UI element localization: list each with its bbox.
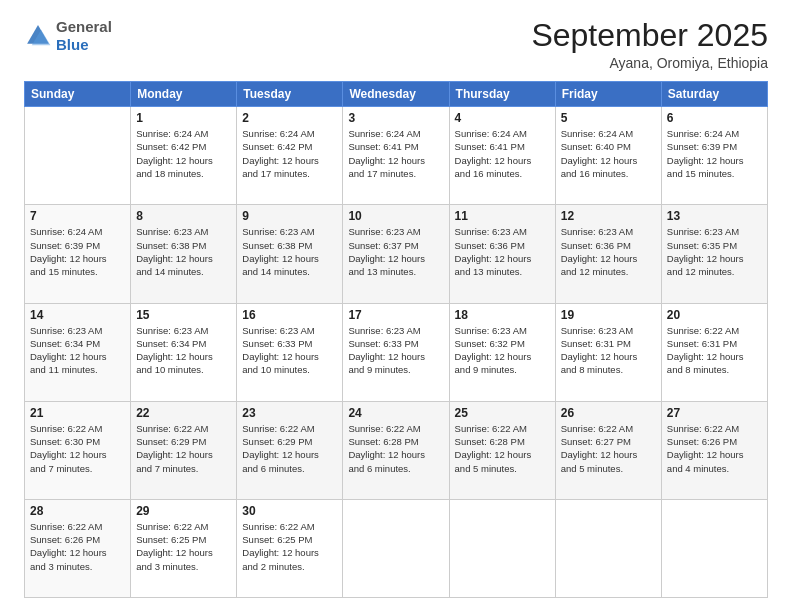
calendar-cell: 6Sunrise: 6:24 AM Sunset: 6:39 PM Daylig… — [661, 107, 767, 205]
day-info: Sunrise: 6:23 AM Sunset: 6:34 PM Dayligh… — [30, 324, 125, 377]
calendar-cell: 27Sunrise: 6:22 AM Sunset: 6:26 PM Dayli… — [661, 401, 767, 499]
calendar-cell — [25, 107, 131, 205]
calendar-cell: 24Sunrise: 6:22 AM Sunset: 6:28 PM Dayli… — [343, 401, 449, 499]
calendar-header-friday: Friday — [555, 82, 661, 107]
day-info: Sunrise: 6:22 AM Sunset: 6:28 PM Dayligh… — [455, 422, 550, 475]
calendar-cell: 14Sunrise: 6:23 AM Sunset: 6:34 PM Dayli… — [25, 303, 131, 401]
calendar-cell: 30Sunrise: 6:22 AM Sunset: 6:25 PM Dayli… — [237, 499, 343, 597]
day-number: 24 — [348, 406, 443, 420]
calendar-week-row: 14Sunrise: 6:23 AM Sunset: 6:34 PM Dayli… — [25, 303, 768, 401]
day-info: Sunrise: 6:22 AM Sunset: 6:25 PM Dayligh… — [136, 520, 231, 573]
day-number: 28 — [30, 504, 125, 518]
day-info: Sunrise: 6:24 AM Sunset: 6:40 PM Dayligh… — [561, 127, 656, 180]
logo-blue: Blue — [56, 36, 89, 53]
calendar-cell — [343, 499, 449, 597]
day-number: 2 — [242, 111, 337, 125]
day-number: 12 — [561, 209, 656, 223]
day-info: Sunrise: 6:22 AM Sunset: 6:29 PM Dayligh… — [136, 422, 231, 475]
calendar-header-tuesday: Tuesday — [237, 82, 343, 107]
day-number: 10 — [348, 209, 443, 223]
calendar-cell — [661, 499, 767, 597]
calendar-cell: 7Sunrise: 6:24 AM Sunset: 6:39 PM Daylig… — [25, 205, 131, 303]
day-number: 27 — [667, 406, 762, 420]
calendar-cell: 29Sunrise: 6:22 AM Sunset: 6:25 PM Dayli… — [131, 499, 237, 597]
day-number: 23 — [242, 406, 337, 420]
day-info: Sunrise: 6:22 AM Sunset: 6:25 PM Dayligh… — [242, 520, 337, 573]
calendar-cell: 9Sunrise: 6:23 AM Sunset: 6:38 PM Daylig… — [237, 205, 343, 303]
calendar-cell — [555, 499, 661, 597]
day-info: Sunrise: 6:22 AM Sunset: 6:28 PM Dayligh… — [348, 422, 443, 475]
day-number: 26 — [561, 406, 656, 420]
day-info: Sunrise: 6:23 AM Sunset: 6:31 PM Dayligh… — [561, 324, 656, 377]
day-number: 9 — [242, 209, 337, 223]
day-info: Sunrise: 6:23 AM Sunset: 6:33 PM Dayligh… — [242, 324, 337, 377]
calendar-header-wednesday: Wednesday — [343, 82, 449, 107]
title-block: September 2025 Ayana, Oromiya, Ethiopia — [531, 18, 768, 71]
day-number: 19 — [561, 308, 656, 322]
day-number: 16 — [242, 308, 337, 322]
calendar-cell: 5Sunrise: 6:24 AM Sunset: 6:40 PM Daylig… — [555, 107, 661, 205]
day-number: 3 — [348, 111, 443, 125]
calendar-cell: 25Sunrise: 6:22 AM Sunset: 6:28 PM Dayli… — [449, 401, 555, 499]
day-number: 6 — [667, 111, 762, 125]
day-info: Sunrise: 6:23 AM Sunset: 6:38 PM Dayligh… — [242, 225, 337, 278]
calendar-cell: 15Sunrise: 6:23 AM Sunset: 6:34 PM Dayli… — [131, 303, 237, 401]
calendar-cell: 18Sunrise: 6:23 AM Sunset: 6:32 PM Dayli… — [449, 303, 555, 401]
logo-icon — [24, 22, 52, 50]
calendar-header-monday: Monday — [131, 82, 237, 107]
day-number: 14 — [30, 308, 125, 322]
day-info: Sunrise: 6:24 AM Sunset: 6:42 PM Dayligh… — [242, 127, 337, 180]
day-info: Sunrise: 6:24 AM Sunset: 6:41 PM Dayligh… — [455, 127, 550, 180]
day-number: 30 — [242, 504, 337, 518]
day-info: Sunrise: 6:22 AM Sunset: 6:27 PM Dayligh… — [561, 422, 656, 475]
calendar-cell — [449, 499, 555, 597]
day-info: Sunrise: 6:24 AM Sunset: 6:39 PM Dayligh… — [30, 225, 125, 278]
day-info: Sunrise: 6:22 AM Sunset: 6:30 PM Dayligh… — [30, 422, 125, 475]
day-number: 4 — [455, 111, 550, 125]
calendar-header-saturday: Saturday — [661, 82, 767, 107]
day-info: Sunrise: 6:24 AM Sunset: 6:39 PM Dayligh… — [667, 127, 762, 180]
calendar-cell: 20Sunrise: 6:22 AM Sunset: 6:31 PM Dayli… — [661, 303, 767, 401]
calendar-week-row: 21Sunrise: 6:22 AM Sunset: 6:30 PM Dayli… — [25, 401, 768, 499]
day-number: 8 — [136, 209, 231, 223]
day-number: 25 — [455, 406, 550, 420]
calendar-cell: 10Sunrise: 6:23 AM Sunset: 6:37 PM Dayli… — [343, 205, 449, 303]
calendar-cell: 11Sunrise: 6:23 AM Sunset: 6:36 PM Dayli… — [449, 205, 555, 303]
day-info: Sunrise: 6:23 AM Sunset: 6:36 PM Dayligh… — [455, 225, 550, 278]
calendar-cell: 13Sunrise: 6:23 AM Sunset: 6:35 PM Dayli… — [661, 205, 767, 303]
day-info: Sunrise: 6:23 AM Sunset: 6:35 PM Dayligh… — [667, 225, 762, 278]
calendar-cell: 17Sunrise: 6:23 AM Sunset: 6:33 PM Dayli… — [343, 303, 449, 401]
calendar-cell: 28Sunrise: 6:22 AM Sunset: 6:26 PM Dayli… — [25, 499, 131, 597]
logo-text: General Blue — [56, 18, 112, 54]
day-info: Sunrise: 6:23 AM Sunset: 6:34 PM Dayligh… — [136, 324, 231, 377]
day-info: Sunrise: 6:23 AM Sunset: 6:32 PM Dayligh… — [455, 324, 550, 377]
logo-general: General — [56, 18, 112, 35]
calendar-cell: 2Sunrise: 6:24 AM Sunset: 6:42 PM Daylig… — [237, 107, 343, 205]
day-number: 11 — [455, 209, 550, 223]
calendar-header-sunday: Sunday — [25, 82, 131, 107]
month-title: September 2025 — [531, 18, 768, 53]
calendar-cell: 1Sunrise: 6:24 AM Sunset: 6:42 PM Daylig… — [131, 107, 237, 205]
page: General Blue September 2025 Ayana, Oromi… — [0, 0, 792, 612]
day-number: 13 — [667, 209, 762, 223]
day-info: Sunrise: 6:23 AM Sunset: 6:37 PM Dayligh… — [348, 225, 443, 278]
day-number: 1 — [136, 111, 231, 125]
calendar-header-row: SundayMondayTuesdayWednesdayThursdayFrid… — [25, 82, 768, 107]
subtitle: Ayana, Oromiya, Ethiopia — [531, 55, 768, 71]
day-info: Sunrise: 6:23 AM Sunset: 6:36 PM Dayligh… — [561, 225, 656, 278]
calendar-table: SundayMondayTuesdayWednesdayThursdayFrid… — [24, 81, 768, 598]
calendar-week-row: 1Sunrise: 6:24 AM Sunset: 6:42 PM Daylig… — [25, 107, 768, 205]
day-info: Sunrise: 6:22 AM Sunset: 6:26 PM Dayligh… — [667, 422, 762, 475]
calendar-cell: 21Sunrise: 6:22 AM Sunset: 6:30 PM Dayli… — [25, 401, 131, 499]
calendar-cell: 19Sunrise: 6:23 AM Sunset: 6:31 PM Dayli… — [555, 303, 661, 401]
day-number: 20 — [667, 308, 762, 322]
day-number: 17 — [348, 308, 443, 322]
day-info: Sunrise: 6:23 AM Sunset: 6:33 PM Dayligh… — [348, 324, 443, 377]
day-number: 5 — [561, 111, 656, 125]
day-number: 7 — [30, 209, 125, 223]
calendar-cell: 22Sunrise: 6:22 AM Sunset: 6:29 PM Dayli… — [131, 401, 237, 499]
calendar-cell: 3Sunrise: 6:24 AM Sunset: 6:41 PM Daylig… — [343, 107, 449, 205]
calendar-cell: 26Sunrise: 6:22 AM Sunset: 6:27 PM Dayli… — [555, 401, 661, 499]
calendar-cell: 8Sunrise: 6:23 AM Sunset: 6:38 PM Daylig… — [131, 205, 237, 303]
calendar-week-row: 7Sunrise: 6:24 AM Sunset: 6:39 PM Daylig… — [25, 205, 768, 303]
